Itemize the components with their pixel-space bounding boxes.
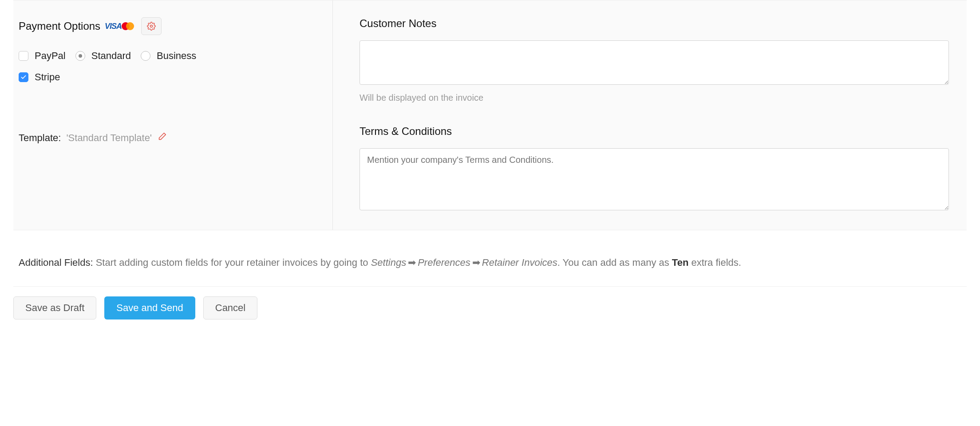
template-label: Template: (19, 132, 61, 144)
option-label: Stripe (35, 71, 60, 83)
terms-textarea[interactable] (360, 148, 949, 210)
standard-option[interactable]: Standard (75, 50, 131, 62)
additional-fields-info: Additional Fields: Start adding custom f… (13, 230, 967, 286)
preferences-path: Preferences (418, 257, 470, 268)
save-draft-button[interactable]: Save as Draft (13, 296, 96, 320)
radio-icon (141, 51, 150, 61)
arrow-icon: ➡ (408, 257, 416, 268)
arrow-icon: ➡ (472, 257, 480, 268)
checkbox-icon (19, 72, 28, 82)
ten-text: Ten (672, 257, 688, 268)
payment-options-heading: Payment Options (19, 20, 100, 32)
mastercard-icon (122, 21, 137, 31)
customer-notes-textarea[interactable] (360, 40, 949, 85)
additional-fields-text: extra fields. (688, 257, 741, 268)
save-send-button[interactable]: Save and Send (104, 296, 195, 320)
additional-fields-label: Additional Fields: (19, 257, 93, 268)
svg-point-0 (150, 25, 153, 28)
payment-settings-button[interactable] (141, 17, 162, 35)
settings-path: Settings (371, 257, 407, 268)
option-label: PayPal (35, 50, 66, 62)
edit-template-button[interactable] (157, 132, 167, 144)
cancel-button[interactable]: Cancel (203, 296, 257, 320)
card-brand-icons: VISA (105, 21, 137, 31)
business-option[interactable]: Business (141, 50, 196, 62)
stripe-option[interactable]: Stripe (19, 71, 60, 83)
customer-notes-hint: Will be displayed on the invoice (360, 93, 949, 103)
visa-icon: VISA (105, 22, 122, 31)
customer-notes-heading: Customer Notes (360, 17, 949, 30)
option-label: Business (157, 50, 196, 62)
checkbox-icon (19, 51, 28, 61)
option-label: Standard (91, 50, 131, 62)
additional-fields-text: . You can add as many as (557, 257, 672, 268)
retainer-path: Retainer Invoices (482, 257, 557, 268)
terms-heading: Terms & Conditions (360, 125, 949, 138)
pencil-icon (157, 132, 167, 142)
gear-icon (147, 22, 156, 31)
additional-fields-text: Start adding custom fields for your reta… (93, 257, 371, 268)
check-icon (20, 74, 27, 80)
radio-icon (75, 51, 85, 61)
paypal-option[interactable]: PayPal (19, 50, 66, 62)
template-value: 'Standard Template' (66, 132, 152, 144)
